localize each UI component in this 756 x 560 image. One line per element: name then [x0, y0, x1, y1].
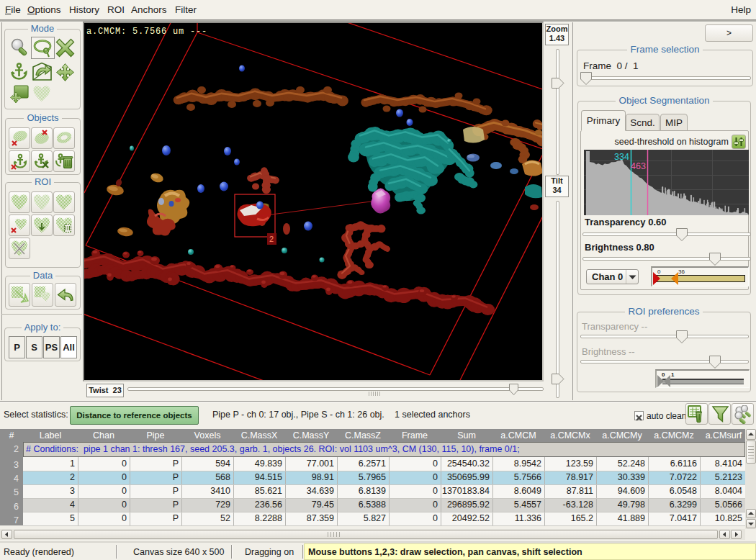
svg-text:a.CMCM: 5.7566 um ---: a.CMCM: 5.7566 um ---: [86, 27, 207, 37]
svg-text:2: 2: [269, 235, 274, 243]
svg-text:334: 334: [614, 152, 629, 162]
svg-text:463: 463: [631, 161, 646, 171]
